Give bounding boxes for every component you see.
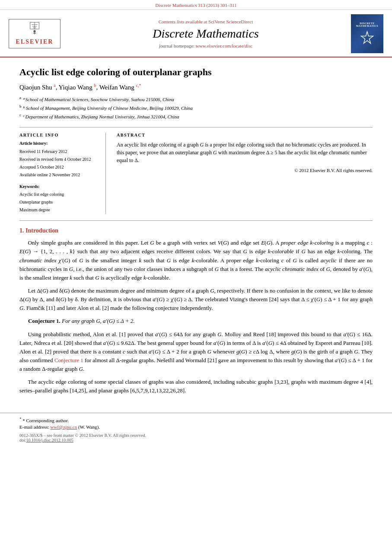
elsevier-logo-area: ELSEVIER xyxy=(9,19,61,49)
elsevier-name: ELSEVIER xyxy=(11,38,58,46)
svg-point-5 xyxy=(33,30,35,32)
info-abstract-columns: ARTICLE INFO Article history: Received 1… xyxy=(19,127,373,214)
keywords-list: Acyclic list edge coloring Outerplanar g… xyxy=(19,191,99,214)
intro-para-1: Only simple graphs are considered in thi… xyxy=(19,239,373,282)
keyword-3: Maximum degree xyxy=(19,206,99,214)
conjecture-1: Conjecture 1. For any graph G, a′(G) ≤ Δ… xyxy=(28,317,364,325)
journal-header: ELSEVIER Contents lists available at Sci… xyxy=(0,10,392,57)
available-date: Available online 2 November 2012 xyxy=(19,171,99,179)
article-title: Acyclic list edge coloring of outerplana… xyxy=(19,66,373,79)
conjecture1-link[interactable]: Conjecture 1 xyxy=(54,357,83,363)
affil-b: b ᵇ School of Management, Beijing Univer… xyxy=(19,103,373,112)
keywords-label: Keywords: xyxy=(19,184,99,189)
keyword-2: Outerplanar graphs xyxy=(19,198,99,206)
abstract-heading: ABSTRACT xyxy=(117,133,373,137)
abstract-text: An acyclic list edge coloring of a graph… xyxy=(117,141,373,164)
elsevier-logo-box: ELSEVIER xyxy=(9,19,61,49)
citation-text: Discrete Mathematics 313 (2013) 301–311 xyxy=(155,3,236,8)
intro-para-3: Using probabilistic method, Alon et al. … xyxy=(19,330,373,374)
doi-text: doi:10.1016/j.disc.2012.10.005 xyxy=(19,438,373,443)
article-history-label: Article history: xyxy=(19,141,99,146)
issn-line: 0012-365X/$ – see front matter © 2012 El… xyxy=(19,433,373,443)
svg-marker-8 xyxy=(361,32,373,44)
homepage-line: journal homepage: www.elsevier.com/locat… xyxy=(65,43,347,48)
issn-text: 0012-365X/$ – see front matter © 2012 El… xyxy=(19,433,373,438)
cover-image: DISCRETEMATHEMATICS xyxy=(351,14,383,53)
homepage-link[interactable]: www.elsevier.com/locate/disc xyxy=(196,43,252,48)
intro-para-2: Let Δ(G) and δ(G) denote the maximum deg… xyxy=(19,287,373,312)
copyright-notice: © 2012 Elsevier B.V. All rights reserved… xyxy=(117,168,373,173)
cover-star-icon xyxy=(360,31,375,46)
authors-line: Qiaojun Shu a, Yiqiao Wang b, Weifan Wan… xyxy=(19,83,373,91)
revised-date: Received in revised form 4 October 2012 xyxy=(19,156,99,163)
intro-section-title: 1. Introduction xyxy=(19,227,373,234)
accepted-date: Accepted 5 October 2012 xyxy=(19,163,99,171)
contents-available: Contents lists available at SciVerse Sci… xyxy=(65,19,347,24)
received-date: Received 11 February 2012 xyxy=(19,148,99,156)
affil-c: c ᶜ Department of Mathematics, Zhejiang … xyxy=(19,112,373,121)
footer: * * Corresponding author. E-mail address… xyxy=(0,413,392,446)
article-body: Acyclic list edge coloring of outerplana… xyxy=(0,57,392,408)
article-dates: Received 11 February 2012 Received in re… xyxy=(19,148,99,179)
email-note: E-mail address: wwf@zjnu.cn (W. Wang). xyxy=(19,424,373,430)
article-info-heading: ARTICLE INFO xyxy=(19,133,99,137)
cover-title: DISCRETEMATHEMATICS xyxy=(356,22,378,27)
section-divider xyxy=(19,220,373,221)
page: Discrete Mathematics 313 (2013) 301–311 xyxy=(0,0,392,535)
affil-a: a ᵃ School of Mathematical Sciences, Soo… xyxy=(19,95,373,103)
affiliations: a ᵃ School of Mathematical Sciences, Soo… xyxy=(19,95,373,121)
intro-para-4: The acyclic edge coloring of some specia… xyxy=(19,378,373,395)
journal-citation: Discrete Mathematics 313 (2013) 301–311 xyxy=(0,0,392,10)
journal-name: Discrete Mathematics xyxy=(65,27,347,41)
corresponding-author-note: * * Corresponding author. xyxy=(19,417,373,423)
email-link[interactable]: wwf@zjnu.cn xyxy=(50,424,77,430)
journal-cover: DISCRETEMATHEMATICS xyxy=(351,14,383,53)
doi-link[interactable]: 10.1016/j.disc.2012.10.005 xyxy=(26,438,73,443)
journal-title-area: Contents lists available at SciVerse Sci… xyxy=(65,19,347,48)
elsevier-emblem-icon xyxy=(22,22,48,35)
keyword-1: Acyclic list edge coloring xyxy=(19,191,99,198)
abstract-column: ABSTRACT An acyclic list edge coloring o… xyxy=(117,133,373,214)
article-info-column: ARTICLE INFO Article history: Received 1… xyxy=(19,133,106,214)
